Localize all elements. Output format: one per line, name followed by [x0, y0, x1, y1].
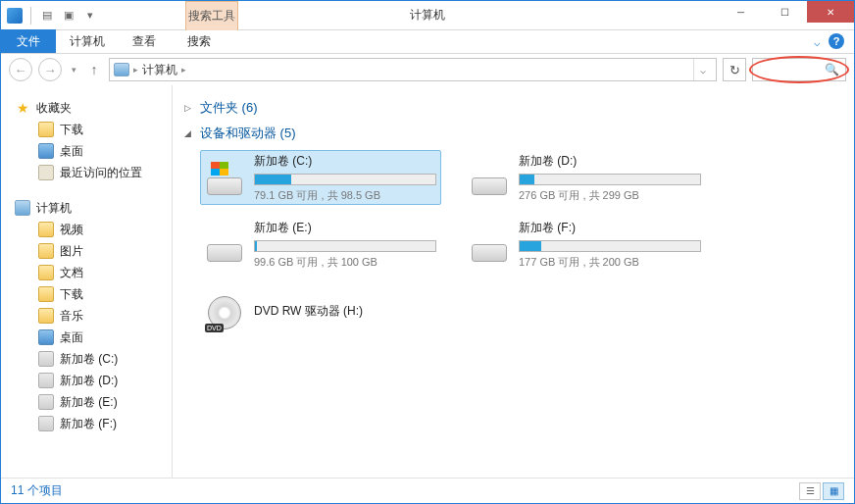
sidebar-favorites[interactable]: ★ 收藏夹	[1, 97, 172, 119]
chevron-right-icon[interactable]: ▸	[181, 65, 186, 75]
drive-item[interactable]: 新加卷 (F:) 177 GB 可用 , 共 200 GB	[465, 217, 706, 272]
drive-usage-bar	[519, 240, 701, 252]
app-icon	[7, 8, 23, 24]
minimize-button[interactable]: ─	[719, 1, 763, 23]
drive-icon	[38, 416, 54, 431]
tab-view[interactable]: 查看	[119, 29, 170, 53]
drive-title: 新加卷 (C:)	[254, 153, 436, 170]
drive-icon	[470, 158, 509, 197]
refresh-button[interactable]: ↻	[723, 58, 746, 81]
quick-access-toolbar: ▤ ▣ ▾	[1, 7, 98, 25]
address-bar[interactable]: ▸ 计算机 ▸ ⌵	[109, 58, 717, 81]
drive-stats: 177 GB 可用 , 共 200 GB	[519, 255, 701, 270]
sidebar-item-drive-e[interactable]: 新加卷 (E:)	[1, 391, 172, 413]
view-tiles-button[interactable]: ▦	[823, 482, 844, 500]
sidebar-item-music[interactable]: 音乐	[1, 305, 172, 327]
help-icon[interactable]: ?	[829, 33, 844, 49]
content-pane: ▷ 文件夹 (6) ◢ 设备和驱动器 (5) 新加卷 (C:) 79.1 GB …	[173, 85, 854, 478]
navigation-bar: ← → ▾ ↑ ▸ 计算机 ▸ ⌵ ↻ 🔍	[1, 54, 854, 85]
drive-icon	[38, 373, 54, 388]
ribbon-tabs: 文件 计算机 查看 搜索 ⌵ ?	[1, 30, 854, 54]
computer-icon	[15, 200, 30, 216]
search-input[interactable]: 🔍	[752, 58, 846, 81]
forward-button[interactable]: →	[38, 58, 62, 81]
drive-usage-bar	[519, 174, 701, 185]
folder-icon	[38, 222, 54, 237]
search-icon: 🔍	[825, 63, 839, 76]
drive-icon	[205, 158, 244, 197]
chevron-right-icon: ▸	[133, 65, 138, 75]
expand-icon: ◢	[184, 128, 194, 138]
title-bar: ▤ ▣ ▾ 搜索工具 计算机 ─ ☐ ✕	[1, 1, 854, 30]
address-dropdown-icon[interactable]: ⌵	[693, 59, 712, 80]
section-devices[interactable]: ◢ 设备和驱动器 (5)	[184, 125, 844, 142]
dvd-icon: DVD	[205, 293, 244, 332]
drive-item[interactable]: 新加卷 (E:) 99.6 GB 可用 , 共 100 GB	[200, 217, 441, 272]
star-icon: ★	[15, 100, 30, 116]
drive-title: 新加卷 (D:)	[519, 153, 701, 170]
sidebar-item-videos[interactable]: 视频	[1, 219, 172, 240]
qat-properties-icon[interactable]: ▤	[39, 8, 55, 24]
maximize-button[interactable]: ☐	[763, 1, 807, 23]
qat-dropdown-icon[interactable]: ▾	[82, 8, 98, 24]
drive-usage-bar	[254, 174, 436, 185]
collapse-icon: ▷	[184, 103, 194, 113]
close-button[interactable]: ✕	[807, 1, 854, 23]
sidebar-label: 计算机	[36, 200, 72, 217]
desktop-icon	[38, 329, 54, 345]
folder-icon	[38, 265, 54, 280]
sidebar-item-desktop[interactable]: 桌面	[1, 327, 172, 348]
drive-stats: 276 GB 可用 , 共 299 GB	[519, 188, 701, 203]
desktop-icon	[38, 143, 54, 159]
sidebar-item-drive-c[interactable]: 新加卷 (C:)	[1, 348, 172, 370]
sidebar-item-downloads[interactable]: 下载	[1, 119, 172, 140]
breadcrumb-computer[interactable]: 计算机	[142, 62, 177, 78]
item-count: 11 个项目	[11, 482, 63, 499]
sidebar-item-recent[interactable]: 最近访问的位置	[1, 162, 172, 183]
view-details-button[interactable]: ☰	[799, 482, 821, 500]
drive-title: 新加卷 (F:)	[519, 220, 701, 236]
navigation-pane: ★ 收藏夹 下载 桌面 最近访问的位置 计算机 视频 图片 文档 下载 音乐 桌…	[1, 85, 173, 478]
tab-search[interactable]: 搜索	[174, 29, 225, 53]
drive-icon	[38, 351, 54, 367]
drive-icon	[470, 225, 509, 264]
dvd-drive[interactable]: DVD DVD RW 驱动器 (H:)	[200, 285, 441, 340]
sidebar-item-pictures[interactable]: 图片	[1, 240, 172, 262]
up-button[interactable]: ↑	[85, 62, 103, 77]
drive-stats: 99.6 GB 可用 , 共 100 GB	[254, 255, 436, 270]
search-tools-tab[interactable]: 搜索工具	[185, 1, 238, 30]
window-title: 计算机	[410, 7, 445, 24]
drive-stats: 79.1 GB 可用 , 共 98.5 GB	[254, 188, 436, 203]
folder-icon	[38, 286, 54, 302]
tab-computer[interactable]: 计算机	[56, 29, 119, 53]
drive-item[interactable]: 新加卷 (C:) 79.1 GB 可用 , 共 98.5 GB	[200, 150, 441, 205]
history-dropdown-icon[interactable]: ▾	[68, 65, 79, 75]
computer-icon	[114, 63, 129, 76]
sidebar-computer[interactable]: 计算机	[1, 197, 172, 219]
status-bar: 11 个项目 ☰ ▦	[1, 478, 854, 503]
sidebar-label: 收藏夹	[36, 100, 72, 117]
sidebar-item-drive-f[interactable]: 新加卷 (F:)	[1, 413, 172, 434]
drive-icon	[38, 394, 54, 410]
folder-icon	[38, 122, 54, 137]
qat-folder-icon[interactable]: ▣	[61, 8, 76, 24]
drive-icon	[205, 225, 244, 264]
drive-usage-bar	[254, 240, 436, 252]
sidebar-item-desktop[interactable]: 桌面	[1, 140, 172, 162]
file-tab[interactable]: 文件	[1, 29, 56, 53]
back-button[interactable]: ←	[9, 58, 32, 81]
folder-icon	[38, 308, 54, 324]
ribbon-expand-icon[interactable]: ⌵	[814, 36, 821, 49]
drive-item[interactable]: 新加卷 (D:) 276 GB 可用 , 共 299 GB	[465, 150, 706, 205]
section-folders[interactable]: ▷ 文件夹 (6)	[184, 99, 844, 117]
sidebar-item-drive-d[interactable]: 新加卷 (D:)	[1, 370, 172, 391]
folder-icon	[38, 243, 54, 259]
drive-title: DVD RW 驱动器 (H:)	[254, 303, 436, 320]
recent-icon	[38, 165, 54, 180]
drive-title: 新加卷 (E:)	[254, 220, 436, 236]
sidebar-item-documents[interactable]: 文档	[1, 262, 172, 283]
sidebar-item-downloads[interactable]: 下载	[1, 283, 172, 305]
